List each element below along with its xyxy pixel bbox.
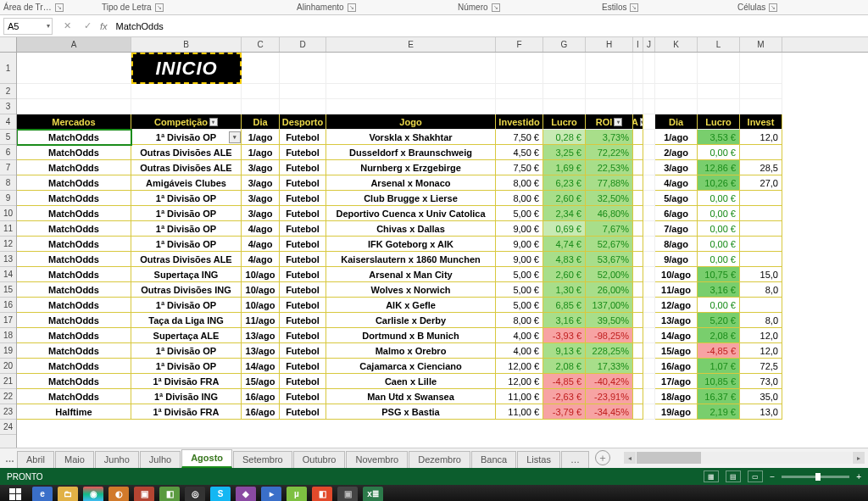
- cell-invest2[interactable]: 12,0: [740, 130, 782, 145]
- scroll-left-icon[interactable]: ◂: [624, 452, 636, 464]
- cell-invest2[interactable]: 73,0: [740, 374, 782, 389]
- taskbar-excel-icon[interactable]: x≣: [363, 487, 383, 502]
- cell-roi[interactable]: -23,91%: [586, 389, 633, 404]
- column-header-E[interactable]: E: [326, 37, 496, 52]
- cell-investido[interactable]: 5,00 €: [496, 206, 543, 221]
- taskbar-folder-icon[interactable]: 🗀: [58, 487, 78, 502]
- cell-desporto[interactable]: Futebol: [280, 160, 326, 175]
- cell-dia2[interactable]: 19/ago: [655, 404, 698, 420]
- cell[interactable]: [586, 99, 633, 114]
- cell[interactable]: [698, 84, 740, 99]
- cell-mercados[interactable]: MatchOdds: [17, 191, 131, 206]
- cell-a[interactable]: [633, 130, 643, 145]
- cell-lucro[interactable]: 9,13 €: [543, 343, 586, 359]
- cancel-formula-icon[interactable]: ✕: [58, 18, 76, 35]
- cell-a[interactable]: [633, 389, 643, 404]
- cell-dia2[interactable]: 3/ago: [655, 160, 698, 175]
- cell-jogo[interactable]: Kaiserslautern x 1860 Munchen: [326, 252, 496, 267]
- cell-invest2[interactable]: [740, 298, 782, 313]
- column-header-I[interactable]: I: [633, 37, 643, 52]
- cell-dia[interactable]: 15/ago: [242, 374, 280, 389]
- cell-jogo[interactable]: Arsenal x Man City: [326, 267, 496, 282]
- cell[interactable]: [643, 313, 655, 328]
- cell-invest2[interactable]: 27,0: [740, 175, 782, 191]
- cell-invest2[interactable]: [740, 206, 782, 221]
- cell[interactable]: [643, 237, 655, 252]
- cell-competicao[interactable]: 1ª Divisão OP: [131, 191, 242, 206]
- cell-lucro2[interactable]: 10,75 €: [698, 267, 740, 282]
- cell-a[interactable]: [633, 206, 643, 221]
- cell[interactable]: [655, 84, 698, 99]
- cell-lucro2[interactable]: 3,16 €: [698, 282, 740, 298]
- cell-investido[interactable]: 9,00 €: [496, 252, 543, 267]
- cell-desporto[interactable]: Futebol: [280, 328, 326, 343]
- cell-a[interactable]: [633, 145, 643, 160]
- cell[interactable]: [643, 343, 655, 359]
- cell[interactable]: [633, 99, 643, 114]
- cell-mercados[interactable]: MatchOdds: [17, 130, 131, 145]
- cell-a[interactable]: [633, 252, 643, 267]
- add-sheet-button[interactable]: ＋: [595, 450, 610, 465]
- sheet-tab[interactable]: Setembro: [233, 451, 292, 468]
- cell-investido[interactable]: 4,00 €: [496, 343, 543, 359]
- table-header[interactable]: Lucro: [543, 114, 586, 130]
- cell[interactable]: [698, 99, 740, 114]
- cell-desporto[interactable]: Futebol: [280, 237, 326, 252]
- confirm-formula-icon[interactable]: ✓: [78, 18, 97, 35]
- cell-competicao[interactable]: 1ª Divisão OP: [131, 221, 242, 237]
- cell-lucro2[interactable]: 2,19 €: [698, 404, 740, 420]
- row-header[interactable]: 12: [0, 237, 16, 252]
- row-header[interactable]: 17: [0, 313, 16, 328]
- cell-invest2[interactable]: 8,0: [740, 313, 782, 328]
- cell-jogo[interactable]: Man Utd x Swansea: [326, 389, 496, 404]
- cell[interactable]: [242, 99, 280, 114]
- cell-jogo[interactable]: Club Brugge x Lierse: [326, 191, 496, 206]
- cell-jogo[interactable]: Malmo x Orebro: [326, 343, 496, 359]
- column-header-G[interactable]: G: [543, 37, 586, 52]
- cell[interactable]: [543, 84, 586, 99]
- cell[interactable]: [633, 53, 643, 84]
- cell-lucro2[interactable]: 0,00 €: [698, 145, 740, 160]
- cell[interactable]: [655, 53, 698, 84]
- cell-competicao[interactable]: Outras Divisões ALE: [131, 252, 242, 267]
- cell-lucro2[interactable]: 3,53 €: [698, 130, 740, 145]
- cell-dia[interactable]: 4/ago: [242, 237, 280, 252]
- cell-a[interactable]: [633, 267, 643, 282]
- cell-jogo[interactable]: Chivas x Dallas: [326, 221, 496, 237]
- taskbar-app7-icon[interactable]: ▣: [337, 487, 358, 502]
- cell-invest2[interactable]: [740, 237, 782, 252]
- cell-invest2[interactable]: 72,5: [740, 359, 782, 374]
- cell-dia2[interactable]: 15/ago: [655, 343, 698, 359]
- cell-a[interactable]: [633, 221, 643, 237]
- zoom-in-icon[interactable]: +: [856, 472, 861, 482]
- cell[interactable]: [643, 389, 655, 404]
- cell-competicao[interactable]: Amigáveis Clubes: [131, 175, 242, 191]
- cell-lucro[interactable]: 1,69 €: [543, 160, 586, 175]
- table-header[interactable]: Desporto: [280, 114, 326, 130]
- cell-investido[interactable]: 8,00 €: [496, 175, 543, 191]
- cell-dia[interactable]: 10/ago: [242, 267, 280, 282]
- dialog-launcher-icon[interactable]: ↘: [348, 3, 356, 12]
- taskbar-firefox-icon[interactable]: ◐: [108, 487, 129, 502]
- dialog-launcher-icon[interactable]: ↘: [492, 3, 500, 12]
- cell-dia2[interactable]: 14/ago: [655, 328, 698, 343]
- row-header[interactable]: 22: [0, 389, 16, 404]
- cell-investido[interactable]: 8,00 €: [496, 313, 543, 328]
- taskbar-utorrent-icon[interactable]: µ: [287, 487, 307, 502]
- row-header[interactable]: 21: [0, 374, 16, 389]
- cell-desporto[interactable]: Futebol: [280, 298, 326, 313]
- cell[interactable]: [496, 84, 543, 99]
- cell-dia2[interactable]: 16/ago: [655, 359, 698, 374]
- cell-dia[interactable]: 3/ago: [242, 191, 280, 206]
- cell-dia[interactable]: 4/ago: [242, 221, 280, 237]
- cell-dia2[interactable]: 6/ago: [655, 206, 698, 221]
- table-header[interactable]: Dia: [242, 114, 280, 130]
- cell-mercados[interactable]: MatchOdds: [17, 282, 131, 298]
- taskbar-ie-icon[interactable]: e: [32, 487, 53, 502]
- taskbar-chrome-icon[interactable]: ◉: [83, 487, 103, 502]
- cell[interactable]: [643, 53, 655, 84]
- cell[interactable]: [643, 298, 655, 313]
- cell-a[interactable]: [633, 328, 643, 343]
- cell-roi[interactable]: 52,00%: [586, 267, 633, 282]
- cell-desporto[interactable]: Futebol: [280, 404, 326, 420]
